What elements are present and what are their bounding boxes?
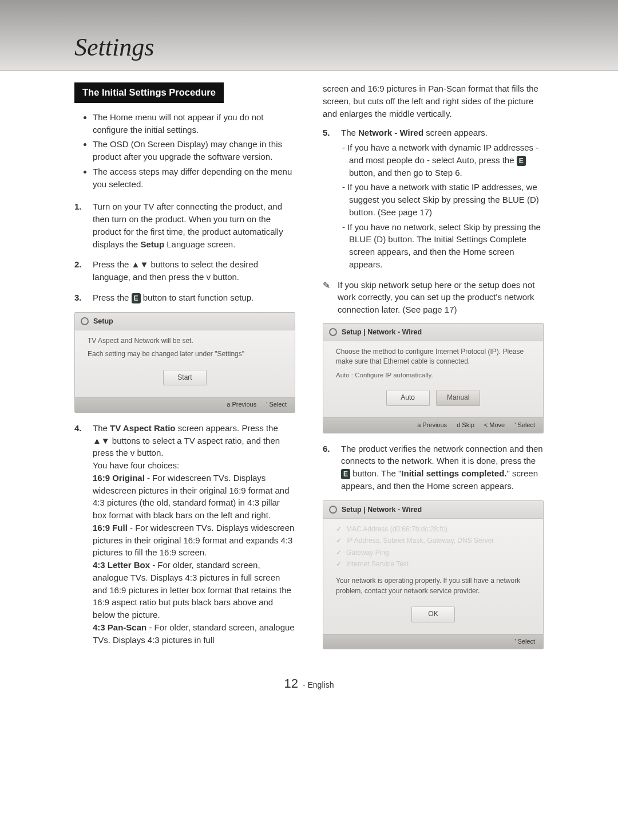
steps-list-left: Turn on your TV after connecting the pro…	[74, 200, 295, 303]
step-6-mid: button. The "	[350, 468, 401, 478]
step-3-suffix: button to start function setup.	[141, 293, 254, 302]
step-5-bold: Network - Wired	[358, 128, 423, 137]
osd-setup-title-bar: Setup	[75, 313, 295, 330]
osd-network2-footer: ' Select	[323, 634, 543, 649]
osd-auto-button[interactable]: Auto	[386, 390, 430, 405]
step-5-sub-1: If you have a network with dynamic IP ad…	[349, 141, 544, 179]
osd-network2-msg: Your network is operating properly. If y…	[336, 576, 530, 596]
osd-ok-button[interactable]: OK	[411, 606, 455, 622]
osd-network2-title-bar: Setup | Network - Wired	[323, 501, 543, 519]
osd-setup-title: Setup	[93, 316, 113, 326]
step-2: Press the ▲▼ buttons to select the desir…	[74, 258, 295, 283]
step-3: Press the E button to start function set…	[74, 291, 295, 304]
step-4-choices-intro: You have four choices:	[93, 460, 179, 470]
step-5-sub-1-before: If you have a network with dynamic IP ad…	[347, 143, 538, 165]
step-1-suffix: Language screen.	[164, 239, 235, 249]
osd-network2-checklist: MAC Address (d0:66:7b:dc:28:fc) IP Addre…	[336, 524, 530, 570]
gear-icon	[329, 328, 337, 336]
osd-setup-line1: TV Aspect and Network will be set.	[88, 336, 282, 346]
step-4-continued: screen and 16:9 pictures in Pan-Scan for…	[323, 82, 544, 120]
enter-icon: E	[341, 469, 350, 479]
note-block: ✎ If you skip network setup here or the …	[323, 279, 544, 316]
section-heading: The Initial Settings Procedure	[74, 82, 224, 103]
step-1: Turn on your TV after connecting the pro…	[74, 200, 295, 250]
osd-setup-footer: a Previous ' Select	[75, 397, 295, 412]
intro-bullet-list: The Home menu will not appear if you do …	[74, 111, 295, 191]
osd-footer-previous: a Previous	[417, 421, 447, 428]
check-item: Internet Service Test	[336, 559, 530, 569]
osd-footer-select: ' Select	[266, 401, 287, 408]
osd-network1-footer: a Previous d Skip < Move ' Select	[323, 417, 543, 433]
osd-manual-button[interactable]: Manual	[436, 390, 480, 405]
step-5-prefix: The	[341, 128, 358, 137]
page-number: 12	[284, 676, 298, 691]
step-4-bold: TV Aspect Ratio	[110, 423, 175, 433]
step-5-sub-3: If you have no network, select Skip by p…	[349, 221, 544, 271]
osd-network1-msg: Choose the method to configure Internet …	[336, 347, 530, 367]
intro-bullet: The access steps may differ depending on…	[93, 165, 295, 191]
intro-bullet: The Home menu will not appear if you do …	[93, 111, 295, 136]
page-footer: 12 - English	[29, 675, 589, 693]
osd-footer-move: < Move	[484, 421, 505, 428]
osd-network1-sub: Auto : Configure IP automatically.	[336, 370, 530, 380]
page-language: English	[308, 680, 334, 689]
step-4-prefix: The	[93, 423, 110, 433]
enter-icon: E	[132, 293, 141, 303]
step-5: The Network - Wired screen appears. If y…	[323, 127, 544, 270]
document-page: Settings The Initial Settings Procedure …	[0, 0, 618, 716]
aspect-43-letter-label: 4:3 Letter Box	[93, 560, 150, 570]
osd-footer-previous: a Previous	[227, 401, 256, 408]
step-6-bold: Initial settings completed.	[401, 468, 506, 478]
step-3-prefix: Press the	[93, 293, 132, 302]
osd-network-choose-panel: Setup | Network - Wired Choose the metho…	[323, 323, 544, 433]
step-6-before: The product verifies the network connect…	[341, 444, 543, 466]
osd-footer-skip: d Skip	[457, 421, 474, 428]
check-item: MAC Address (d0:66:7b:dc:28:fc)	[336, 524, 530, 534]
step-6-list: The product verifies the network connect…	[323, 443, 544, 492]
aspect-43-pan-label: 4:3 Pan-Scan	[93, 622, 146, 632]
note-icon: ✎	[323, 279, 333, 316]
step-1-bold: Setup	[140, 239, 164, 249]
right-column: screen and 16:9 pictures in Pan-Scan for…	[323, 82, 544, 658]
enter-icon: E	[517, 156, 526, 166]
gear-icon	[329, 506, 337, 514]
intro-bullet: The OSD (On Screen Display) may change i…	[93, 138, 295, 163]
left-column: The Initial Settings Procedure The Home …	[74, 82, 295, 658]
aspect-169-full-label: 16:9 Full	[93, 523, 128, 533]
osd-network2-title: Setup | Network - Wired	[342, 504, 422, 515]
osd-start-button[interactable]: Start	[163, 370, 207, 385]
osd-network-result-panel: Setup | Network - Wired MAC Address (d0:…	[323, 500, 544, 650]
step-5-sublist: If you have a network with dynamic IP ad…	[341, 141, 544, 271]
check-item: Gateway Ping	[336, 548, 530, 558]
header-band: Settings	[0, 0, 618, 71]
step-6: The product verifies the network connect…	[323, 443, 544, 492]
step-5-sub-1-after: button, and then go to Step 6.	[349, 168, 462, 178]
step-5-sub-2: If you have a network with static IP add…	[349, 181, 544, 218]
osd-setup-panel: Setup TV Aspect and Network will be set.…	[74, 312, 295, 413]
osd-setup-line2: Each setting may be changed later under …	[88, 349, 282, 359]
aspect-169-original-label: 16:9 Original	[93, 473, 145, 483]
page-title: Settings	[74, 29, 154, 66]
note-text: If you skip network setup here or the se…	[338, 279, 544, 316]
osd-network1-title: Setup | Network - Wired	[342, 327, 422, 337]
osd-footer-select: ' Select	[514, 638, 535, 645]
step-4-list: The TV Aspect Ratio screen appears. Pres…	[74, 422, 295, 646]
osd-footer-select: ' Select	[514, 421, 535, 428]
osd-network1-title-bar: Setup | Network - Wired	[323, 324, 543, 341]
step-5-list: The Network - Wired screen appears. If y…	[323, 127, 544, 270]
step-4: The TV Aspect Ratio screen appears. Pres…	[74, 422, 295, 646]
check-item: IP Address, Subnet Mask, Gateway, DNS Se…	[336, 536, 530, 546]
gear-icon	[81, 317, 89, 325]
step-5-suffix: screen appears.	[423, 128, 488, 137]
